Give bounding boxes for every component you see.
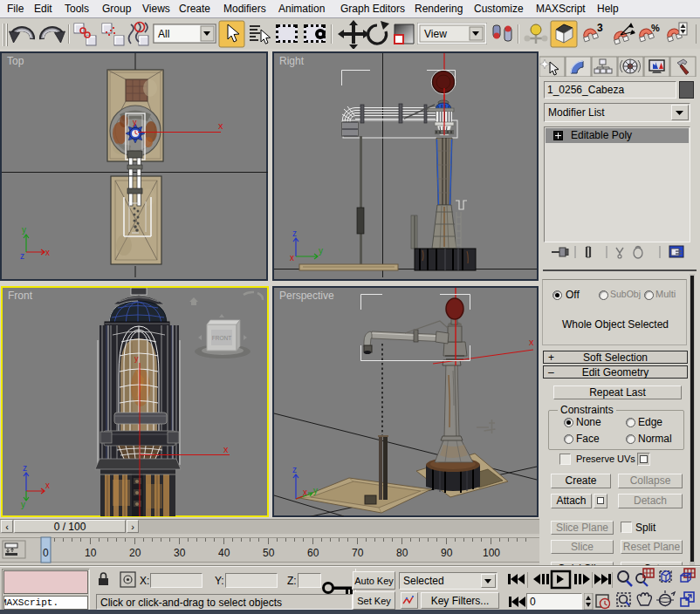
svg-text:%: % <box>651 23 660 33</box>
svg-text:y: y <box>313 486 318 495</box>
svg-text:x: x <box>303 488 307 497</box>
svg-text:50: 50 <box>263 547 275 559</box>
svg-text:10: 10 <box>85 547 97 559</box>
svg-text:z: z <box>292 229 297 238</box>
svg-text:y: y <box>134 354 139 363</box>
svg-text:80: 80 <box>396 547 408 559</box>
svg-text:40: 40 <box>218 547 230 559</box>
svg-text:y: y <box>21 500 25 509</box>
svg-text:100: 100 <box>483 547 500 559</box>
svg-text:y: y <box>319 246 323 256</box>
svg-text:x: x <box>45 481 50 490</box>
svg-text:x: x <box>45 248 50 257</box>
svg-text:x: x <box>218 120 223 131</box>
svg-text:70: 70 <box>352 547 364 559</box>
svg-text:y: y <box>133 118 137 126</box>
svg-text:z: z <box>20 251 24 261</box>
svg-text:0: 0 <box>43 547 49 559</box>
svg-text:60: 60 <box>307 547 319 559</box>
svg-text:y: y <box>22 225 26 235</box>
svg-text:x: x <box>529 337 534 347</box>
svg-text:20: 20 <box>129 547 141 559</box>
svg-text:x: x <box>290 253 294 263</box>
svg-text:All: All <box>158 28 169 40</box>
svg-text:View: View <box>424 28 447 40</box>
svg-text:3: 3 <box>597 22 603 34</box>
svg-text:FRONT: FRONT <box>212 335 231 341</box>
svg-text:z: z <box>23 463 27 473</box>
svg-text:30: 30 <box>174 547 186 559</box>
svg-text:x: x <box>223 444 229 454</box>
svg-text:z: z <box>292 465 297 474</box>
svg-text:90: 90 <box>441 547 453 559</box>
